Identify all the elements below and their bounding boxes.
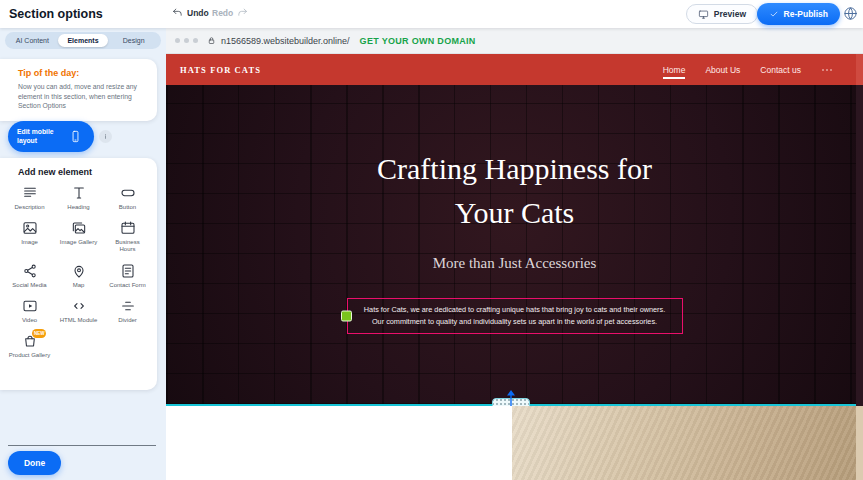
tab-ai-content-label: AI Content	[16, 37, 49, 44]
hero-subheading: More than Just Accessories	[166, 255, 863, 272]
nav-item-about[interactable]: About Us	[705, 65, 740, 75]
language-globe-button[interactable]	[843, 6, 858, 21]
monitor-icon	[698, 9, 709, 20]
element-item-image-gallery[interactable]: Image Gallery	[54, 220, 103, 253]
website-builder-app: Section options Undo Redo Preview Re-Pub…	[0, 0, 863, 480]
element-label: Description	[14, 204, 44, 211]
lock-icon	[207, 36, 216, 45]
next-section	[166, 406, 863, 480]
map-pin-icon	[71, 263, 87, 279]
html-module-icon	[71, 298, 87, 314]
edit-mobile-layout-button[interactable]: Edit mobile layout	[8, 121, 94, 152]
element-item-business-hours[interactable]: Business Hours	[103, 220, 152, 253]
site-preview-pane: n1566589.websitebuilder.online/ GET YOUR…	[166, 28, 863, 480]
description-icon	[22, 185, 38, 201]
resize-handle-green[interactable]	[341, 311, 352, 322]
element-item-video[interactable]: Video	[5, 298, 54, 324]
browser-address-bar: n1566589.websitebuilder.online/ GET YOUR…	[166, 28, 863, 54]
element-item-button[interactable]: Button	[103, 185, 152, 211]
site-url: n1566589.websitebuilder.online/	[221, 36, 350, 46]
business-hours-icon	[120, 220, 136, 236]
redo-label: Redo	[212, 8, 233, 18]
hero-paragraph: Hats for Cats, we are dedicated to craft…	[356, 304, 674, 328]
divider-icon	[120, 298, 136, 314]
element-label: HTML Module	[60, 317, 97, 324]
top-toolbar: Section options Undo Redo Preview Re-Pub…	[0, 0, 863, 28]
redo-button[interactable]: Redo	[212, 7, 248, 18]
element-item-divider[interactable]: Divider	[103, 298, 152, 324]
sidebar-tabs: AI Content Elements Design	[5, 32, 161, 49]
element-label: Image	[21, 239, 38, 246]
video-icon	[22, 298, 38, 314]
undo-label: Undo	[187, 8, 209, 18]
republish-button[interactable]: Re-Publish	[757, 3, 840, 25]
element-label: Social Media	[12, 282, 46, 289]
tab-design[interactable]: Design	[108, 34, 159, 47]
image-gallery-icon	[71, 220, 87, 236]
element-item-contact-form[interactable]: Contact Form	[103, 263, 152, 289]
get-domain-link[interactable]: GET YOUR OWN DOMAIN	[360, 36, 476, 46]
preview-scrollbar[interactable]	[856, 54, 863, 480]
preview-label: Preview	[714, 9, 746, 19]
republish-label: Re-Publish	[784, 9, 828, 19]
section-options-sidebar: AI Content Elements Design Tip of the da…	[0, 28, 166, 480]
add-panel-title: Add new element	[18, 167, 152, 177]
element-label: Divider	[118, 317, 137, 324]
mobile-phone-icon	[69, 130, 82, 143]
tip-of-the-day-card: Tip of the day: Now you can add, move an…	[0, 59, 157, 121]
element-label: Image Gallery	[60, 239, 97, 246]
element-item-description[interactable]: Description	[5, 185, 54, 211]
element-label: Contact Form	[109, 282, 145, 289]
contact-form-icon	[120, 263, 136, 279]
redo-icon	[237, 7, 248, 18]
element-item-social-media[interactable]: Social Media	[5, 263, 54, 289]
undo-icon	[172, 7, 183, 18]
hero-heading: Crafting Happiness for Your Cats	[166, 147, 863, 235]
nav-item-contact[interactable]: Contact us	[760, 65, 801, 75]
tab-elements[interactable]: Elements	[58, 34, 109, 47]
nav-overflow-icon[interactable]	[821, 66, 833, 74]
done-button[interactable]: Done	[8, 451, 61, 475]
tab-ai-content[interactable]: AI Content	[7, 34, 58, 47]
globe-icon	[843, 6, 858, 21]
element-label: Video	[22, 317, 37, 324]
button-icon	[120, 185, 136, 201]
done-label: Done	[24, 458, 45, 468]
nav-item-home[interactable]: Home	[663, 65, 686, 75]
check-icon	[769, 9, 779, 19]
website-canvas: Hats for Cats Home About Us Contact us C…	[166, 54, 863, 480]
element-label: Heading	[67, 204, 89, 211]
site-logo[interactable]: Hats for Cats	[180, 65, 261, 75]
tip-body: Now you can add, move and resize any ele…	[18, 82, 146, 111]
element-label: Product Gallery	[9, 352, 50, 359]
image-icon	[22, 220, 38, 236]
window-dots-icon	[175, 38, 198, 43]
element-grid: Description Heading Button Image Image G…	[5, 185, 152, 359]
element-item-html-module[interactable]: HTML Module	[54, 298, 103, 324]
element-item-heading[interactable]: Heading	[54, 185, 103, 211]
add-new-element-panel: Add new element Description Heading Butt…	[0, 158, 157, 390]
undo-button[interactable]: Undo	[172, 7, 209, 18]
element-item-product-gallery[interactable]: NEW Product Gallery	[5, 333, 54, 359]
edit-mobile-layout-label: Edit mobile layout	[17, 128, 63, 144]
sidebar-divider	[8, 445, 156, 446]
element-label: Business Hours	[107, 239, 149, 253]
next-section-image	[512, 406, 863, 480]
tab-design-label: Design	[123, 37, 145, 44]
element-item-map[interactable]: Map	[54, 263, 103, 289]
info-icon	[101, 132, 110, 141]
social-media-icon	[22, 263, 38, 279]
tip-title: Tip of the day:	[18, 68, 146, 78]
element-label: Map	[73, 282, 85, 289]
element-item-image[interactable]: Image	[5, 220, 54, 253]
tab-elements-label: Elements	[67, 37, 98, 44]
heading-icon	[71, 185, 87, 201]
selected-text-element[interactable]: Hats for Cats, we are dedicated to craft…	[347, 298, 683, 334]
hero-section: Crafting Happiness for Your Cats More th…	[166, 85, 863, 404]
info-button[interactable]	[99, 130, 112, 143]
new-badge: NEW	[32, 329, 47, 338]
next-section-background	[166, 406, 512, 480]
preview-button[interactable]: Preview	[686, 4, 758, 24]
page-title: Section options	[9, 7, 103, 21]
site-nav: Home About Us Contact us	[663, 65, 833, 75]
